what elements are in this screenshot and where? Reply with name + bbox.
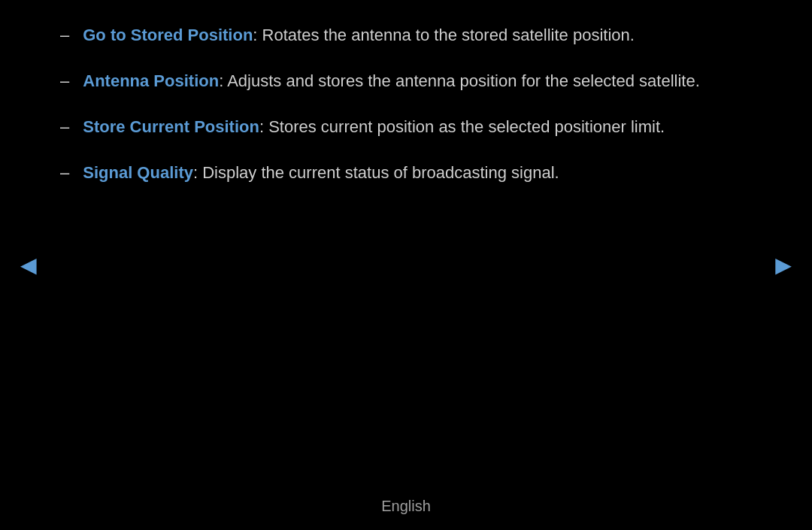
list-item-3: – Store Current Position: Stores current… [60,114,752,139]
keyword-3: Store Current Position [83,117,259,136]
dash-2: – [60,68,69,93]
main-content: – Go to Stored Position: Rotates the ant… [0,0,812,266]
right-arrow-icon: ► [770,250,797,281]
item-text-4: Signal Quality: Display the current stat… [83,160,559,185]
language-label: English [381,498,431,514]
item-text-2: Antenna Position: Adjusts and stores the… [83,68,700,93]
next-button[interactable]: ► [762,242,804,289]
keyword-1: Go to Stored Position [83,26,253,44]
left-arrow-icon: ◄ [15,250,42,281]
item-text-1: Go to Stored Position: Rotates the anten… [83,23,635,47]
list-item-2: – Antenna Position: Adjusts and stores t… [60,68,752,93]
item-text-3: Store Current Position: Stores current p… [83,114,665,139]
dash-1: – [60,23,69,47]
prev-button[interactable]: ◄ [8,242,50,289]
keyword-4: Signal Quality [83,163,193,182]
dash-4: – [60,160,69,185]
description-1: : Rotates the antenna to the stored sate… [253,26,635,44]
description-3: : Stores current position as the selecte… [259,117,665,136]
description-2: : Adjusts and stores the antenna positio… [219,71,700,90]
description-4: : Display the current status of broadcas… [193,163,559,182]
footer: English [381,498,431,515]
list-item-1: – Go to Stored Position: Rotates the ant… [60,23,752,47]
keyword-2: Antenna Position [83,71,219,90]
dash-3: – [60,114,69,139]
list-item-4: – Signal Quality: Display the current st… [60,160,752,185]
